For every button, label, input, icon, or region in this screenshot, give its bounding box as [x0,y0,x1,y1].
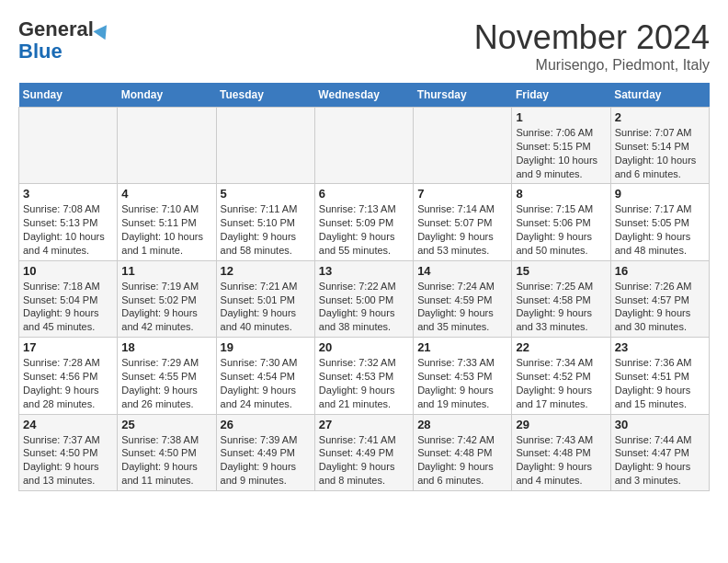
calendar-week-0: 1Sunrise: 7:06 AMSunset: 5:15 PMDaylight… [19,108,710,184]
calendar-week-2: 10Sunrise: 7:18 AMSunset: 5:04 PMDayligh… [19,260,710,337]
day-number: 6 [319,187,409,201]
calendar-cell: 7Sunrise: 7:14 AMSunset: 5:07 PMDaylight… [414,184,512,260]
header-wednesday: Wednesday [314,83,413,108]
calendar-cell [118,108,216,184]
header-monday: Monday [118,83,216,108]
day-number: 14 [417,264,507,278]
calendar-week-1: 3Sunrise: 7:08 AMSunset: 5:13 PMDaylight… [19,184,710,260]
day-number: 1 [516,110,606,124]
day-info: Sunrise: 7:22 AMSunset: 5:00 PMDaylight:… [319,280,409,334]
day-number: 22 [516,340,606,354]
calendar-cell [314,108,413,184]
day-number: 17 [23,340,113,354]
calendar-cell: 30Sunrise: 7:44 AMSunset: 4:47 PMDayligh… [610,414,709,490]
header-tuesday: Tuesday [216,83,314,108]
day-info: Sunrise: 7:18 AMSunset: 5:04 PMDaylight:… [23,280,113,334]
calendar-cell: 11Sunrise: 7:19 AMSunset: 5:02 PMDayligh… [118,260,216,337]
calendar-cell: 22Sunrise: 7:34 AMSunset: 4:52 PMDayligh… [512,338,610,414]
calendar-cell: 26Sunrise: 7:39 AMSunset: 4:49 PMDayligh… [216,414,314,490]
day-number: 13 [319,264,409,278]
calendar-body: 1Sunrise: 7:06 AMSunset: 5:15 PMDaylight… [19,108,710,491]
day-number: 3 [23,187,113,201]
calendar-cell: 28Sunrise: 7:42 AMSunset: 4:48 PMDayligh… [414,414,512,490]
day-number: 23 [615,340,705,354]
day-number: 12 [221,264,311,278]
day-info: Sunrise: 7:39 AMSunset: 4:49 PMDaylight:… [221,433,311,488]
calendar-cell: 9Sunrise: 7:17 AMSunset: 5:05 PMDaylight… [610,184,709,260]
calendar-cell: 15Sunrise: 7:25 AMSunset: 4:58 PMDayligh… [512,260,610,337]
day-number: 28 [417,418,507,431]
day-info: Sunrise: 7:25 AMSunset: 4:58 PMDaylight:… [516,280,606,334]
day-info: Sunrise: 7:42 AMSunset: 4:48 PMDaylight:… [417,433,507,488]
calendar-cell: 3Sunrise: 7:08 AMSunset: 5:13 PMDaylight… [19,184,118,260]
day-number: 4 [121,187,211,201]
header-friday: Friday [512,83,610,108]
day-number: 16 [615,264,705,278]
day-info: Sunrise: 7:07 AMSunset: 5:14 PMDaylight:… [615,126,705,180]
calendar-cell: 1Sunrise: 7:06 AMSunset: 5:15 PMDaylight… [512,108,610,184]
calendar-cell: 23Sunrise: 7:36 AMSunset: 4:51 PMDayligh… [610,338,709,414]
calendar-cell: 29Sunrise: 7:43 AMSunset: 4:48 PMDayligh… [512,414,610,490]
day-info: Sunrise: 7:06 AMSunset: 5:15 PMDaylight:… [516,126,606,180]
calendar-header: SundayMondayTuesdayWednesdayThursdayFrid… [19,83,710,108]
calendar-cell: 24Sunrise: 7:37 AMSunset: 4:50 PMDayligh… [19,414,118,490]
day-info: Sunrise: 7:17 AMSunset: 5:05 PMDaylight:… [615,202,705,257]
calendar-cell: 8Sunrise: 7:15 AMSunset: 5:06 PMDaylight… [512,184,610,260]
day-number: 7 [417,187,507,201]
calendar-cell: 10Sunrise: 7:18 AMSunset: 5:04 PMDayligh… [19,260,118,337]
day-info: Sunrise: 7:32 AMSunset: 4:53 PMDaylight:… [319,356,409,410]
day-info: Sunrise: 7:43 AMSunset: 4:48 PMDaylight:… [516,433,606,488]
day-info: Sunrise: 7:33 AMSunset: 4:53 PMDaylight:… [417,356,507,410]
calendar-table: SundayMondayTuesdayWednesdayThursdayFrid… [18,83,710,491]
day-number: 29 [516,418,606,431]
day-number: 9 [615,187,705,201]
day-number: 2 [615,110,705,124]
day-info: Sunrise: 7:14 AMSunset: 5:07 PMDaylight:… [417,202,507,257]
logo-text-line2: Blue [18,40,63,63]
page-header: General Blue November 2024 Murisengo, Pi… [18,18,710,74]
calendar-cell: 6Sunrise: 7:13 AMSunset: 5:09 PMDaylight… [314,184,413,260]
location: Murisengo, Piedmont, Italy [474,57,710,74]
header-saturday: Saturday [610,83,709,108]
day-number: 10 [23,264,113,278]
calendar-cell: 2Sunrise: 7:07 AMSunset: 5:14 PMDaylight… [610,108,709,184]
month-title: November 2024 [474,18,710,57]
header-thursday: Thursday [414,83,512,108]
calendar-cell: 25Sunrise: 7:38 AMSunset: 4:50 PMDayligh… [118,414,216,490]
calendar-cell: 21Sunrise: 7:33 AMSunset: 4:53 PMDayligh… [414,338,512,414]
day-number: 26 [221,418,311,431]
day-number: 19 [221,340,311,354]
day-info: Sunrise: 7:44 AMSunset: 4:47 PMDaylight:… [615,433,705,488]
calendar-cell [414,108,512,184]
logo-text-line1: General [18,18,110,40]
day-number: 25 [121,418,211,431]
day-info: Sunrise: 7:30 AMSunset: 4:54 PMDaylight:… [221,356,311,410]
day-info: Sunrise: 7:37 AMSunset: 4:50 PMDaylight:… [23,433,113,488]
header-sunday: Sunday [19,83,118,108]
day-info: Sunrise: 7:29 AMSunset: 4:55 PMDaylight:… [121,356,211,410]
calendar-cell: 16Sunrise: 7:26 AMSunset: 4:57 PMDayligh… [610,260,709,337]
calendar-cell: 5Sunrise: 7:11 AMSunset: 5:10 PMDaylight… [216,184,314,260]
calendar-week-3: 17Sunrise: 7:28 AMSunset: 4:56 PMDayligh… [19,338,710,414]
day-number: 18 [121,340,211,354]
calendar-cell: 14Sunrise: 7:24 AMSunset: 4:59 PMDayligh… [414,260,512,337]
day-number: 8 [516,187,606,201]
day-info: Sunrise: 7:34 AMSunset: 4:52 PMDaylight:… [516,356,606,410]
calendar-cell: 19Sunrise: 7:30 AMSunset: 4:54 PMDayligh… [216,338,314,414]
day-info: Sunrise: 7:19 AMSunset: 5:02 PMDaylight:… [121,280,211,334]
calendar-cell: 20Sunrise: 7:32 AMSunset: 4:53 PMDayligh… [314,338,413,414]
day-info: Sunrise: 7:13 AMSunset: 5:09 PMDaylight:… [319,202,409,257]
day-info: Sunrise: 7:24 AMSunset: 4:59 PMDaylight:… [417,280,507,334]
day-number: 5 [221,187,311,201]
calendar-cell: 27Sunrise: 7:41 AMSunset: 4:49 PMDayligh… [314,414,413,490]
day-number: 24 [23,418,113,431]
day-info: Sunrise: 7:26 AMSunset: 4:57 PMDaylight:… [615,280,705,334]
calendar-cell: 12Sunrise: 7:21 AMSunset: 5:01 PMDayligh… [216,260,314,337]
day-info: Sunrise: 7:41 AMSunset: 4:49 PMDaylight:… [319,433,409,488]
day-info: Sunrise: 7:28 AMSunset: 4:56 PMDaylight:… [23,356,113,410]
calendar-week-4: 24Sunrise: 7:37 AMSunset: 4:50 PMDayligh… [19,414,710,490]
calendar-cell: 18Sunrise: 7:29 AMSunset: 4:55 PMDayligh… [118,338,216,414]
day-info: Sunrise: 7:15 AMSunset: 5:06 PMDaylight:… [516,202,606,257]
calendar-cell: 4Sunrise: 7:10 AMSunset: 5:11 PMDaylight… [118,184,216,260]
logo: General Blue [18,18,110,63]
